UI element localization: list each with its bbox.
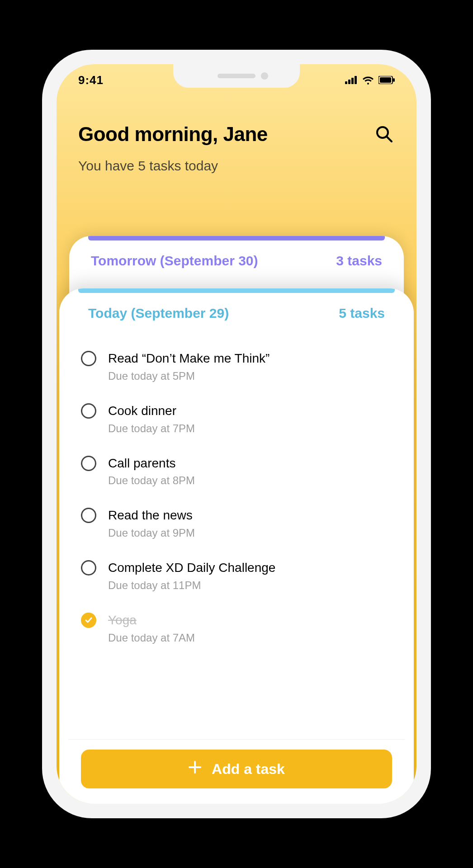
task-due: Due today at 8PM [108, 474, 392, 487]
svg-rect-3 [355, 76, 357, 84]
task-text: Complete XD Daily ChallengeDue today at … [108, 559, 392, 592]
search-icon [375, 125, 393, 144]
search-button[interactable] [373, 123, 395, 145]
task-list[interactable]: Read “Don’t Make me Think”Due today at 5… [59, 329, 414, 804]
tomorrow-accent-bar [88, 236, 385, 241]
task-due: Due today at 9PM [108, 527, 392, 539]
task-item[interactable]: Read “Don’t Make me Think”Due today at 5… [77, 340, 396, 392]
phone-screen: 9:41 Good morning, Jane [57, 64, 416, 804]
battery-icon [378, 76, 395, 84]
task-checkbox[interactable] [81, 456, 96, 471]
check-icon [85, 616, 93, 624]
svg-rect-2 [351, 78, 354, 84]
add-task-label: Add a task [212, 761, 285, 778]
svg-line-8 [387, 137, 392, 142]
today-card[interactable]: Today (September 29) 5 tasks Read “Don’t… [59, 288, 414, 804]
phone-speaker [218, 74, 255, 78]
plus-icon [188, 760, 202, 778]
wifi-icon [362, 75, 374, 85]
today-accent-bar [78, 288, 395, 293]
page-title: Good morning, Jane [78, 123, 268, 146]
page-header: Good morning, Jane You have 5 tasks toda… [57, 96, 416, 210]
task-checkbox[interactable] [81, 560, 96, 576]
task-text: YogaDue today at 7AM [108, 612, 392, 644]
svg-rect-6 [393, 78, 395, 82]
page-subtitle: You have 5 tasks today [78, 158, 395, 174]
task-due: Due today at 7AM [108, 632, 392, 644]
task-item[interactable]: Read the newsDue today at 9PM [77, 497, 396, 549]
task-title: Yoga [108, 612, 392, 629]
task-title: Complete XD Daily Challenge [108, 559, 392, 576]
task-title: Call parents [108, 455, 392, 472]
task-checkbox[interactable] [81, 351, 96, 366]
svg-rect-5 [380, 77, 391, 83]
phone-camera [261, 72, 268, 80]
status-time: 9:41 [78, 73, 104, 87]
task-title: Cook dinner [108, 402, 392, 420]
task-text: Read the newsDue today at 9PM [108, 507, 392, 539]
task-due: Due today at 11PM [108, 579, 392, 592]
task-text: Call parentsDue today at 8PM [108, 455, 392, 487]
tomorrow-count: 3 tasks [336, 253, 382, 269]
status-indicators [345, 75, 395, 85]
task-due: Due today at 5PM [108, 370, 392, 382]
bottom-divider [68, 739, 405, 740]
task-checkbox[interactable] [81, 508, 96, 523]
task-checkbox[interactable] [81, 403, 96, 419]
today-label: Today (September 29) [88, 306, 229, 321]
task-item[interactable]: YogaDue today at 7AM [77, 602, 396, 654]
add-task-button[interactable]: Add a task [81, 750, 392, 788]
task-title: Read the news [108, 507, 392, 524]
signal-icon [345, 76, 358, 84]
tomorrow-label: Tomorrow (September 30) [91, 253, 258, 269]
task-text: Read “Don’t Make me Think”Due today at 5… [108, 350, 392, 382]
task-item[interactable]: Cook dinnerDue today at 7PM [77, 392, 396, 445]
task-item[interactable]: Call parentsDue today at 8PM [77, 445, 396, 497]
svg-rect-1 [348, 80, 350, 84]
svg-rect-0 [345, 81, 347, 84]
task-checkbox[interactable] [81, 613, 96, 628]
task-text: Cook dinnerDue today at 7PM [108, 402, 392, 435]
day-cards: Tomorrow (September 30) 3 tasks Today (S… [57, 236, 416, 804]
task-due: Due today at 7PM [108, 422, 392, 435]
phone-frame: 9:41 Good morning, Jane [42, 50, 431, 818]
today-count: 5 tasks [339, 306, 385, 321]
task-item[interactable]: Complete XD Daily ChallengeDue today at … [77, 549, 396, 602]
phone-notch [173, 64, 300, 88]
task-title: Read “Don’t Make me Think” [108, 350, 392, 367]
